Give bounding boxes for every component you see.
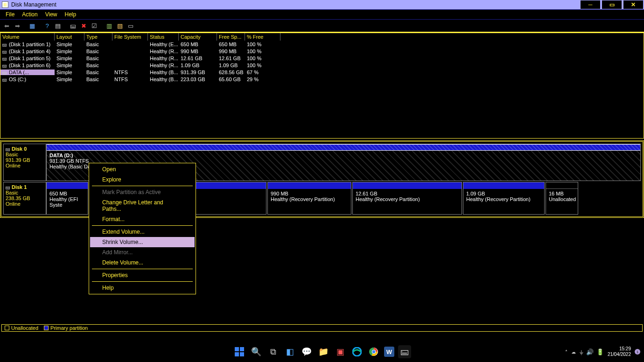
volume-row[interactable]: 🖴(Disk 1 partition 1)SimpleBasicHealthy … xyxy=(0,41,644,48)
disk-icon: 🖴 xyxy=(6,146,10,152)
disk1-partition[interactable]: 1.09 GBHealthy (Recovery Partition) xyxy=(463,182,545,215)
minimize-button[interactable]: ─ xyxy=(581,0,600,9)
taskbar: 🔍 ⧉ ◧ 💬 📁 ▣ W 🖴 ˄ ☁ ⏚ 🔊 🔋 15:29 21/04/20… xyxy=(0,341,644,362)
menu-action[interactable]: Action xyxy=(18,11,41,18)
console-icon[interactable]: ▦ xyxy=(28,21,37,30)
disk-mgmt-task-icon[interactable]: 🖴 xyxy=(398,345,411,358)
tray-notification-icon[interactable]: 1 xyxy=(635,349,640,355)
settings-icon[interactable]: ▤ xyxy=(53,21,63,30)
widgets-icon[interactable]: ◧ xyxy=(283,345,296,358)
search-icon[interactable]: 🔍 xyxy=(250,345,263,358)
volume-icon: 🖴 xyxy=(2,70,9,75)
volume-icon: 🖴 xyxy=(2,63,9,68)
toolbar: ⬅ ➡ ▦ ? ▤ 🖴 ✖ ☑ ▥ ▧ ▭ xyxy=(0,20,644,33)
ctx-extend-volume[interactable]: Extend Volume... xyxy=(90,227,195,237)
column-headers: Volume Layout Type File System Status Ca… xyxy=(0,33,644,41)
disk1-partition[interactable]: 990 MBHealthy (Recovery Partition) xyxy=(267,182,351,215)
volume-icon: 🖴 xyxy=(2,56,9,61)
context-menu: Open Explore Mark Partition as Active Ch… xyxy=(89,163,196,294)
col-type[interactable]: Type xyxy=(84,33,112,41)
ctx-open[interactable]: Open xyxy=(90,164,195,174)
col-layout[interactable]: Layout xyxy=(55,33,84,41)
col-percent[interactable]: % Free xyxy=(245,33,280,41)
new-icon[interactable]: ▥ xyxy=(105,21,114,30)
maximize-button[interactable]: ▭ xyxy=(602,0,622,9)
volume-icon[interactable]: 🔊 xyxy=(586,348,594,355)
col-free[interactable]: Free Sp... xyxy=(217,33,245,41)
ctx-sep xyxy=(92,281,193,282)
ctx-change-drive-letter[interactable]: Change Drive Letter and Paths... xyxy=(90,197,195,214)
battery-icon[interactable]: 🔋 xyxy=(596,348,604,355)
menu-view[interactable]: View xyxy=(42,11,61,18)
svg-point-7 xyxy=(372,350,376,354)
list-icon[interactable]: ▭ xyxy=(126,21,135,30)
volume-list: Volume Layout Type File System Status Ca… xyxy=(0,33,644,139)
volume-row[interactable]: 🖴(Disk 1 partition 5)SimpleBasicHealthy … xyxy=(0,55,644,62)
start-button[interactable] xyxy=(233,345,246,358)
disk1-partition[interactable]: 650 MBHealthy (EFI Syste xyxy=(46,182,88,215)
volume-row[interactable]: 🖴(Disk 1 partition 4)SimpleBasicHealthy … xyxy=(0,48,644,55)
window-title: Disk Management xyxy=(11,1,580,8)
tray-clock[interactable]: 15:29 21/04/2022 xyxy=(608,346,631,357)
tray-onedrive-icon[interactable]: ☁ xyxy=(571,349,576,355)
folder-icon[interactable]: ▧ xyxy=(115,21,125,30)
col-volume[interactable]: Volume xyxy=(0,33,55,41)
legend-swatch-unallocated xyxy=(5,326,9,330)
disk1-partition[interactable]: 12.61 GBHealthy (Recovery Partition) xyxy=(352,182,462,215)
disk1-partition[interactable]: 16 MBUnallocated xyxy=(546,182,578,215)
tray-chevron-icon[interactable]: ˄ xyxy=(565,349,567,355)
svg-rect-0 xyxy=(235,347,239,351)
close-button[interactable]: ✕ xyxy=(623,0,643,9)
legend: Unallocated Primary partition xyxy=(1,324,643,332)
taskview-icon[interactable]: ⧉ xyxy=(266,345,280,358)
ctx-shrink-volume[interactable]: Shrink Volume... xyxy=(90,237,195,247)
chat-icon[interactable]: 💬 xyxy=(300,345,313,358)
svg-rect-3 xyxy=(240,352,244,356)
check-icon[interactable]: ☑ xyxy=(90,21,99,30)
volume-row[interactable]: 🖴DATA (...SimpleBasicNTFSHealthy (B...93… xyxy=(0,69,644,76)
disk-0-info[interactable]: 🖴Disk 0 Basic 931.39 GB Online xyxy=(3,144,46,181)
app-icon-1[interactable]: ▣ xyxy=(334,345,347,358)
titlebar: ⊞ Disk Management ─ ▭ ✕ xyxy=(0,0,644,9)
explorer-icon[interactable]: 📁 xyxy=(317,345,330,358)
ctx-sep xyxy=(92,186,193,186)
volume-icon: 🖴 xyxy=(2,49,9,54)
svg-rect-1 xyxy=(240,347,244,351)
ctx-explore[interactable]: Explore xyxy=(90,174,195,185)
help-icon[interactable]: ? xyxy=(42,21,52,30)
col-status[interactable]: Status xyxy=(148,33,179,41)
chrome-icon[interactable] xyxy=(367,345,380,358)
back-icon[interactable]: ⬅ xyxy=(2,21,11,30)
ctx-sep xyxy=(92,269,193,269)
volume-row[interactable]: 🖴OS (C:)SimpleBasicNTFSHealthy (B...223.… xyxy=(0,76,644,83)
ctx-mark-active: Mark Partition as Active xyxy=(90,187,195,197)
col-filesystem[interactable]: File System xyxy=(112,33,148,41)
drive-icon[interactable]: 🖴 xyxy=(68,21,77,30)
ctx-delete-volume[interactable]: Delete Volume... xyxy=(90,258,195,268)
ctx-help[interactable]: Help xyxy=(90,283,195,293)
disk-icon: 🖴 xyxy=(6,185,10,190)
volume-row[interactable]: 🖴(Disk 1 partition 6)SimpleBasicHealthy … xyxy=(0,62,644,69)
menubar: File Action View Help xyxy=(0,9,644,20)
menu-help[interactable]: Help xyxy=(61,11,80,18)
forward-icon[interactable]: ➡ xyxy=(13,21,22,30)
cancel-icon[interactable]: ✖ xyxy=(79,21,88,30)
volume-icon: 🖴 xyxy=(2,77,9,82)
wifi-icon[interactable]: ⏚ xyxy=(580,348,583,355)
ctx-format[interactable]: Format... xyxy=(90,214,195,224)
svg-rect-2 xyxy=(235,352,239,356)
edge-icon[interactable] xyxy=(350,345,364,358)
ctx-sep xyxy=(92,225,193,226)
volume-icon: 🖴 xyxy=(2,42,9,47)
partition-stripe xyxy=(47,144,640,151)
legend-swatch-primary xyxy=(44,326,49,330)
ctx-properties[interactable]: Properties xyxy=(90,270,195,280)
disk-1-info[interactable]: 🖴Disk 1 Basic 238.35 GB Online xyxy=(3,182,46,215)
app-icon: ⊞ xyxy=(2,1,8,8)
word-icon[interactable]: W xyxy=(384,347,394,357)
col-capacity[interactable]: Capacity xyxy=(179,33,217,41)
ctx-add-mirror: Add Mirror... xyxy=(90,247,195,258)
menu-file[interactable]: File xyxy=(2,11,18,18)
